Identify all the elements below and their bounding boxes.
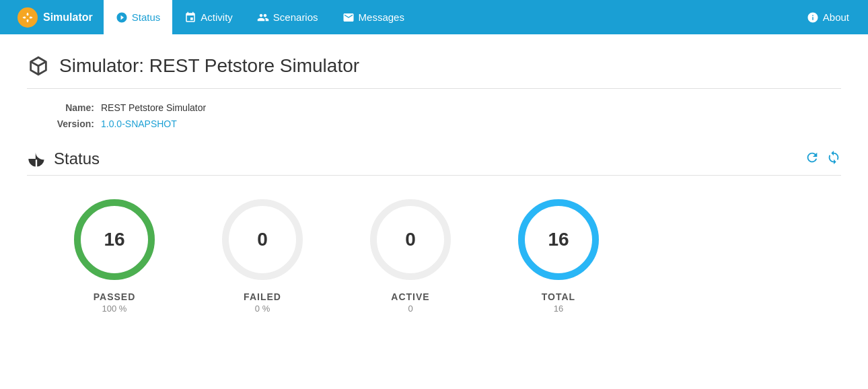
name-value: REST Petstore Simulator xyxy=(101,102,841,113)
status-section-title: Status xyxy=(54,149,100,168)
nav-item-messages[interactable]: Messages xyxy=(330,0,417,34)
svg-point-1 xyxy=(26,15,30,20)
reset-button[interactable] xyxy=(826,150,841,168)
main-content: Simulator: REST Petstore Simulator Name:… xyxy=(0,34,868,334)
recycle-icon xyxy=(826,150,841,165)
refresh-icon xyxy=(805,150,820,165)
activity-icon xyxy=(184,11,196,24)
page-title: Simulator: REST Petstore Simulator xyxy=(59,55,359,77)
nav-messages-label: Messages xyxy=(359,11,404,23)
gauge-label-passed: PASSED xyxy=(94,291,136,302)
status-pie-icon xyxy=(27,149,46,168)
gauge-value-active: 0 xyxy=(405,229,416,250)
nav-scenarios-label: Scenarios xyxy=(273,11,318,23)
nav-item-activity[interactable]: Activity xyxy=(172,0,245,34)
nav-items: Status Activity Scenarios Messages xyxy=(104,0,795,34)
nav-item-scenarios[interactable]: Scenarios xyxy=(245,0,330,34)
nav-brand[interactable]: Simulator xyxy=(7,0,104,34)
page-title-section: Simulator: REST Petstore Simulator xyxy=(27,55,841,89)
nav-activity-label: Activity xyxy=(201,11,233,23)
messages-icon xyxy=(342,11,355,24)
gauge-value-failed: 0 xyxy=(257,229,268,250)
simulator-cube-icon xyxy=(27,55,50,77)
name-label: Name: xyxy=(34,102,94,113)
gauge-circle-passed: 16 xyxy=(71,196,158,283)
gauge-sublabel-active: 0 xyxy=(408,304,412,314)
gauge-circle-active: 0 xyxy=(367,196,454,283)
gauge-label-failed: FAILED xyxy=(244,291,281,302)
gauge-passed: 16 PASSED 100 % xyxy=(40,196,188,314)
refresh-button[interactable] xyxy=(805,150,820,168)
gauge-sublabel-failed: 0 % xyxy=(255,304,270,314)
brand-label: Simulator xyxy=(43,11,93,24)
info-grid: Name: REST Petstore Simulator Version: 1… xyxy=(27,102,841,129)
nav-status-label: Status xyxy=(132,11,161,23)
nav-item-about[interactable]: About xyxy=(795,11,861,24)
navbar: Simulator Status Activity Scenarios xyxy=(0,0,868,34)
status-section-header: Status xyxy=(27,149,841,176)
nav-about-label: About xyxy=(823,11,849,23)
info-icon xyxy=(807,11,819,24)
nav-right: About xyxy=(795,11,861,24)
gauge-label-total: TOTAL xyxy=(542,291,575,302)
gauge-value-passed: 16 xyxy=(104,229,124,250)
gauges-row: 16 PASSED 100 % 0 FAILED 0 % 0 ACTIVE 0 xyxy=(27,196,841,314)
version-value: 1.0.0-SNAPSHOT xyxy=(101,118,841,129)
gauge-failed: 0 FAILED 0 % xyxy=(188,196,336,314)
version-label: Version: xyxy=(34,118,94,129)
status-icon xyxy=(116,11,128,24)
gauge-active: 0 ACTIVE 0 xyxy=(336,196,484,314)
nav-item-status[interactable]: Status xyxy=(104,0,173,34)
gauge-circle-failed: 0 xyxy=(219,196,306,283)
gauge-sublabel-passed: 100 % xyxy=(102,304,127,314)
brand-icon xyxy=(17,7,38,28)
gauge-value-total: 16 xyxy=(548,229,569,250)
status-actions xyxy=(805,150,841,168)
gauge-sublabel-total: 16 xyxy=(554,304,563,314)
gauge-circle-total: 16 xyxy=(515,196,602,283)
gauge-total: 16 TOTAL 16 xyxy=(484,196,632,314)
scenarios-icon xyxy=(257,11,269,24)
status-title: Status xyxy=(27,149,100,168)
gauge-label-active: ACTIVE xyxy=(391,291,429,302)
